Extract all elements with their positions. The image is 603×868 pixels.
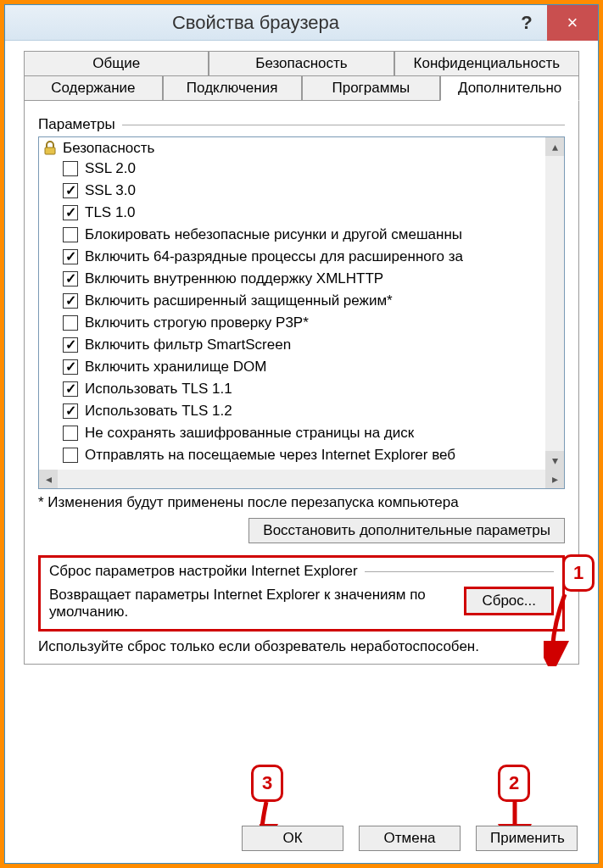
divider <box>122 125 565 125</box>
checkbox[interactable]: ✓ <box>63 337 78 353</box>
tab-security[interactable]: Безопасность <box>209 51 394 76</box>
checkbox[interactable] <box>63 227 78 242</box>
reset-button[interactable]: Сброс... <box>464 587 554 615</box>
setting-item[interactable]: ✓Включить внутреннюю поддержку XMLHTTP <box>39 268 545 290</box>
scroll-left-icon[interactable]: ◂ <box>39 470 58 488</box>
setting-item[interactable]: ✓Включить 64-разрядные процессы для расш… <box>39 246 545 268</box>
scroll-right-icon[interactable]: ▸ <box>545 470 564 488</box>
content-area: Общие Безопасность Конфиденциальность Со… <box>5 41 598 863</box>
settings-label-text: Параметры <box>38 116 115 133</box>
tab-content[interactable]: Содержание <box>24 75 163 101</box>
tabs-row-2: Содержание Подключения Программы Дополни… <box>24 75 579 101</box>
scroll-up-icon[interactable]: ▴ <box>545 137 564 156</box>
checkbox[interactable]: ✓ <box>63 271 78 287</box>
apply-button[interactable]: Применить <box>476 826 578 851</box>
setting-item[interactable]: ✓Включить расширенный защищенный режим* <box>39 290 545 312</box>
setting-label: Включить фильтр SmartScreen <box>85 335 291 355</box>
tabs-row-1: Общие Безопасность Конфиденциальность <box>24 51 579 76</box>
checkbox[interactable]: ✓ <box>63 249 78 264</box>
setting-label: Не сохранять зашифрованные страницы на д… <box>85 423 414 443</box>
cancel-button[interactable]: Отмена <box>359 826 461 851</box>
vertical-scrollbar[interactable]: ▴ ▾ <box>545 137 564 470</box>
setting-item[interactable]: ✓TLS 1.0 <box>39 202 545 224</box>
checkbox[interactable]: ✓ <box>63 381 78 397</box>
setting-label: Включить внутреннюю поддержку XMLHTTP <box>85 269 383 289</box>
setting-item[interactable]: ✓Использовать TLS 1.2 <box>39 400 545 422</box>
reset-description: Возвращает параметры Internet Explorer к… <box>49 587 464 620</box>
reset-group: Сброс параметров настройки Internet Expl… <box>38 555 565 632</box>
checkbox[interactable]: ✓ <box>63 183 78 198</box>
tab-body: Параметры БезопасностьSSL 2.0✓SSL 3.0✓TL… <box>24 101 579 665</box>
setting-item[interactable]: Включить строгую проверку P3P* <box>39 312 545 334</box>
reset-group-label: Сброс параметров настройки Internet Expl… <box>49 563 554 580</box>
setting-label: Использовать TLS 1.2 <box>85 401 232 421</box>
setting-item[interactable]: Блокировать небезопасные рисунки и друго… <box>39 224 545 246</box>
dialog-window: Свойства браузера ? × Общие Безопасность… <box>4 4 599 864</box>
category-label: Безопасность <box>63 140 154 157</box>
tab-programs[interactable]: Программы <box>302 75 441 101</box>
reset-warning: Используйте сброс только если обозревате… <box>38 638 565 655</box>
checkbox[interactable] <box>63 426 78 441</box>
setting-label: Блокировать небезопасные рисунки и друго… <box>85 225 462 245</box>
settings-group-label: Параметры <box>38 116 565 133</box>
reset-label-text: Сброс параметров настройки Internet Expl… <box>49 563 358 580</box>
checkbox[interactable]: ✓ <box>63 403 78 419</box>
setting-label: Использовать TLS 1.1 <box>85 379 232 399</box>
checkbox[interactable]: ✓ <box>63 293 78 309</box>
settings-list[interactable]: БезопасностьSSL 2.0✓SSL 3.0✓TLS 1.0Блоки… <box>39 137 545 470</box>
setting-label: SSL 3.0 <box>85 181 136 201</box>
setting-label: TLS 1.0 <box>85 203 136 223</box>
checkbox[interactable] <box>63 161 78 176</box>
setting-item[interactable]: Не сохранять зашифрованные страницы на д… <box>39 422 545 444</box>
close-button[interactable]: × <box>547 5 598 41</box>
checkbox[interactable]: ✓ <box>63 205 78 220</box>
setting-label: Отправлять на посещаемые через Internet … <box>85 445 455 465</box>
restart-footnote: * Изменения будут применены после переза… <box>38 494 565 511</box>
restore-defaults-button[interactable]: Восстановить дополнительные параметры <box>248 518 565 543</box>
setting-label: SSL 2.0 <box>85 159 136 179</box>
setting-item[interactable]: Отправлять на посещаемые через Internet … <box>39 444 545 466</box>
tab-privacy[interactable]: Конфиденциальность <box>394 51 579 76</box>
window-title: Свойства браузера <box>5 12 506 34</box>
lock-icon <box>42 141 58 156</box>
setting-label: Включить хранилище DOM <box>85 357 266 377</box>
category-security: Безопасность <box>39 139 545 158</box>
tab-connections[interactable]: Подключения <box>163 75 302 101</box>
tab-general[interactable]: Общие <box>24 51 209 76</box>
setting-item[interactable]: SSL 2.0 <box>39 158 545 180</box>
annotation-3: 3 <box>251 765 283 802</box>
annotation-2: 2 <box>498 765 530 802</box>
horizontal-scrollbar[interactable]: ◂ ▸ <box>39 470 564 488</box>
setting-item[interactable]: ✓SSL 3.0 <box>39 180 545 202</box>
setting-item[interactable]: ✓Включить фильтр SmartScreen <box>39 334 545 356</box>
divider <box>365 571 554 572</box>
dialog-buttons: ОК Отмена Применить <box>242 826 578 851</box>
checkbox[interactable] <box>63 448 78 463</box>
ok-button[interactable]: ОК <box>242 826 343 851</box>
tab-advanced[interactable]: Дополнительно <box>440 75 579 101</box>
titlebar: Свойства браузера ? × <box>5 5 598 41</box>
setting-label: Включить строгую проверку P3P* <box>85 313 309 333</box>
annotation-1: 1 <box>562 554 595 592</box>
setting-item[interactable]: ✓Включить хранилище DOM <box>39 356 545 378</box>
setting-label: Включить расширенный защищенный режим* <box>85 291 393 311</box>
scroll-down-icon[interactable]: ▾ <box>545 451 564 470</box>
checkbox[interactable]: ✓ <box>63 359 78 375</box>
setting-item[interactable]: ✓Использовать TLS 1.1 <box>39 378 545 400</box>
checkbox[interactable] <box>63 315 78 331</box>
help-button[interactable]: ? <box>506 5 547 41</box>
settings-listbox: БезопасностьSSL 2.0✓SSL 3.0✓TLS 1.0Блоки… <box>38 136 565 489</box>
svg-rect-0 <box>45 147 55 154</box>
setting-label: Включить 64-разрядные процессы для расши… <box>85 247 463 267</box>
